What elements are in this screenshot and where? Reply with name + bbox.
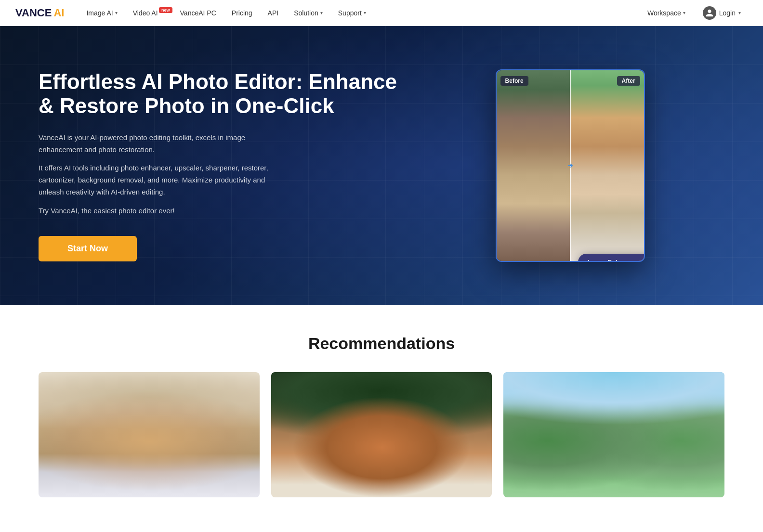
hero-image-area: Before After Image Enhancement	[416, 69, 724, 262]
logo[interactable]: VANCEAI	[15, 7, 64, 19]
enhancement-badge: Image Enhancement	[578, 254, 645, 262]
hero-desc-1: VanceAI is your AI-powered photo editing…	[39, 132, 289, 156]
photo-split: Before After	[497, 70, 644, 261]
hero-desc-3: Try VanceAI, the easiest photo editor ev…	[39, 205, 289, 217]
before-label: Before	[500, 76, 528, 86]
nav-item-support[interactable]: Support ▾	[331, 6, 373, 20]
rec-card-1[interactable]	[39, 372, 260, 497]
logo-text-vance: VANCE	[15, 7, 52, 19]
photo-before-panel	[497, 70, 570, 261]
recommendations-section: Recommendations	[0, 305, 763, 517]
rec-card-2[interactable]	[271, 372, 492, 497]
nav-item-solution[interactable]: Solution ▾	[287, 6, 329, 20]
hero-title: Effortless AI Photo Editor: Enhance & Re…	[39, 70, 416, 118]
new-badge: new	[159, 7, 172, 13]
chevron-down-icon: ▾	[364, 10, 366, 15]
before-after-card: Before After Image Enhancement	[496, 69, 645, 262]
chevron-down-icon: ▾	[738, 10, 741, 15]
woman-scene-image	[570, 70, 644, 261]
chevron-down-icon: ▾	[683, 10, 685, 15]
nav-item-login[interactable]: Login ▾	[696, 3, 748, 23]
rec-card-3-image	[503, 372, 724, 497]
nav-items: Image AI ▾ Video AI new VanceAI PC Prici…	[79, 6, 641, 20]
user-avatar-icon	[703, 6, 716, 20]
nav-item-workspace[interactable]: Workspace ▾	[641, 6, 692, 20]
logo-text-ai: AI	[53, 7, 64, 19]
recommendations-grid	[39, 372, 724, 497]
hero-desc-2: It offers AI tools including photo enhan…	[39, 162, 289, 198]
chevron-down-icon: ▾	[320, 10, 323, 15]
nav-item-vanceai-pc[interactable]: VanceAI PC	[173, 6, 223, 20]
nav-item-pricing[interactable]: Pricing	[225, 6, 259, 20]
after-label: After	[617, 76, 640, 86]
rec-card-1-image	[39, 372, 260, 497]
rec-card-3[interactable]	[503, 372, 724, 497]
chevron-down-icon: ▾	[115, 10, 118, 15]
nav-item-image-ai[interactable]: Image AI ▾	[79, 6, 124, 20]
recommendations-title: Recommendations	[39, 334, 724, 353]
nav-item-video-ai[interactable]: Video AI new	[126, 6, 171, 20]
split-arrow-icon	[564, 159, 577, 172]
nav-item-api[interactable]: API	[261, 6, 286, 20]
user-icon	[705, 9, 714, 17]
nav-right: Workspace ▾ Login ▾	[641, 3, 748, 23]
navbar: VANCEAI Image AI ▾ Video AI new VanceAI …	[0, 0, 763, 26]
hero-section: Effortless AI Photo Editor: Enhance & Re…	[0, 26, 763, 305]
photo-after-panel	[570, 70, 644, 261]
hero-content: Effortless AI Photo Editor: Enhance & Re…	[39, 70, 416, 262]
rec-card-2-image	[271, 372, 492, 497]
dog-scene-image	[497, 70, 570, 261]
start-now-button[interactable]: Start Now	[39, 236, 137, 261]
